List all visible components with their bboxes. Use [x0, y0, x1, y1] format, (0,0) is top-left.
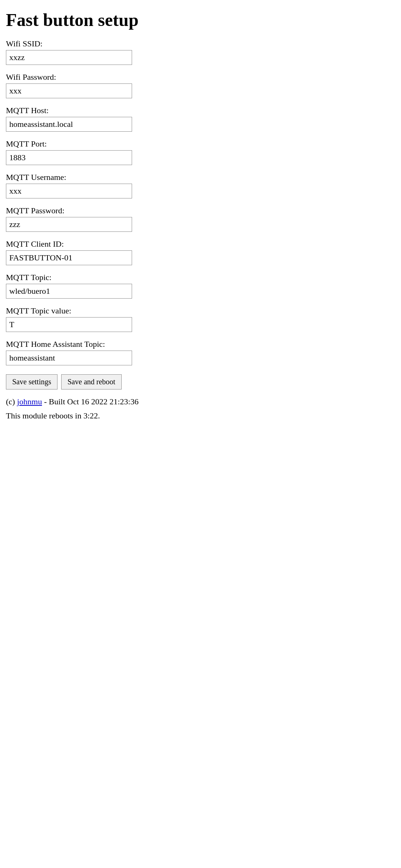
reboot-text: This module reboots in 3:22. — [6, 411, 395, 421]
label-mqtt-username: MQTT Username: — [6, 172, 395, 182]
input-mqtt-port[interactable] — [6, 150, 132, 165]
field-group-mqtt-ha-topic: MQTT Home Assistant Topic: — [6, 339, 395, 365]
label-wifi-password: Wifi Password: — [6, 72, 395, 82]
label-mqtt-ha-topic: MQTT Home Assistant Topic: — [6, 339, 395, 349]
input-mqtt-ha-topic[interactable] — [6, 351, 132, 365]
input-wifi-ssid[interactable] — [6, 50, 132, 65]
input-mqtt-topic[interactable] — [6, 284, 132, 299]
footer-copyright: (c) johnmu - Built Oct 16 2022 21:23:36 — [6, 397, 395, 407]
input-wifi-password[interactable] — [6, 83, 132, 98]
copyright-text: (c) — [6, 397, 17, 406]
field-group-mqtt-host: MQTT Host: — [6, 106, 395, 132]
field-group-mqtt-port: MQTT Port: — [6, 139, 395, 165]
label-mqtt-client-id: MQTT Client ID: — [6, 239, 395, 249]
field-group-mqtt-client-id: MQTT Client ID: — [6, 239, 395, 265]
label-wifi-ssid: Wifi SSID: — [6, 39, 395, 49]
input-mqtt-username[interactable] — [6, 184, 132, 198]
input-mqtt-client-id[interactable] — [6, 250, 132, 265]
label-mqtt-password: MQTT Password: — [6, 206, 395, 216]
field-group-wifi-password: Wifi Password: — [6, 72, 395, 98]
label-mqtt-topic: MQTT Topic: — [6, 273, 395, 282]
save-and-reboot-button[interactable]: Save and reboot — [61, 374, 122, 389]
input-mqtt-topic-value[interactable] — [6, 317, 132, 332]
input-mqtt-host[interactable] — [6, 117, 132, 132]
field-group-mqtt-topic-value: MQTT Topic value: — [6, 306, 395, 332]
button-row: Save settings Save and reboot — [6, 374, 395, 389]
label-mqtt-port: MQTT Port: — [6, 139, 395, 149]
save-settings-button[interactable]: Save settings — [6, 374, 57, 389]
built-text: - Built Oct 16 2022 21:23:36 — [42, 397, 138, 406]
label-mqtt-topic-value: MQTT Topic value: — [6, 306, 395, 316]
field-group-mqtt-topic: MQTT Topic: — [6, 273, 395, 299]
field-group-wifi-ssid: Wifi SSID: — [6, 39, 395, 65]
input-mqtt-password[interactable] — [6, 217, 132, 232]
page-title: Fast button setup — [6, 10, 395, 30]
author-link[interactable]: johnmu — [17, 397, 42, 406]
field-group-mqtt-password: MQTT Password: — [6, 206, 395, 232]
label-mqtt-host: MQTT Host: — [6, 106, 395, 115]
field-group-mqtt-username: MQTT Username: — [6, 172, 395, 198]
